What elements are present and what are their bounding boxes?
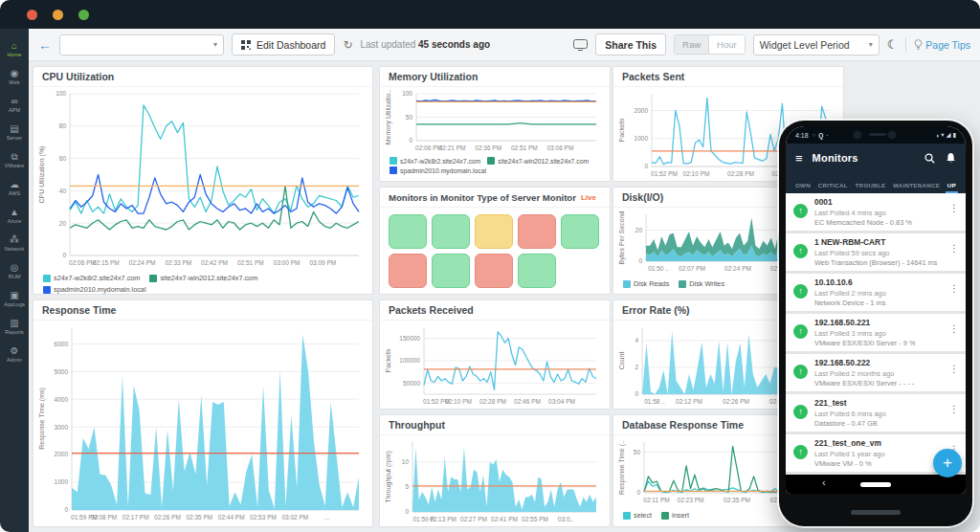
grid-icon [241,40,251,50]
memory-legend: s24x7-w2k8r2.site24x7.com site24x7-win20… [380,157,610,176]
nav-home-pill[interactable] [860,482,891,487]
svg-text:02:26 PM: 02:26 PM [723,398,749,405]
monitor-cell-up[interactable] [432,214,470,249]
dashboard-select[interactable]: ▾ [59,34,224,55]
phone-tab-own[interactable]: OWN [793,182,813,193]
sidebar-item-admin[interactable]: ⚙ Admin [0,342,29,367]
monitor-cell-up[interactable] [432,254,470,288]
page-tips-link[interactable]: Page Tips [914,39,970,51]
svg-text:02:11 PM: 02:11 PM [643,497,669,503]
legend-item: Disk Writes [679,279,724,288]
svg-text:02:17 PM: 02:17 PM [122,514,149,521]
svg-text:02:15 PM: 02:15 PM [93,259,120,266]
phone-tab-up[interactable]: UP [946,182,958,193]
sidebar-item-label: RUM [9,274,21,279]
sidebar-item-rum[interactable]: ◎ RUM [0,258,29,284]
rum-icon: ◎ [11,262,19,273]
window-zoom-button[interactable] [78,10,89,20]
monitor-cell-trouble[interactable] [475,214,513,249]
kebab-menu-icon[interactable]: ⋮ [949,404,959,414]
memory-utilization-chart: 050100Memory Utilizatio..02:06 PM02:21 P… [384,88,606,157]
monitor-cell-up[interactable] [518,254,556,288]
svg-text:01:52 PM: 01:52 PM [651,170,678,177]
sidebar-item-network[interactable]: ⁂ Network [0,231,29,256]
divider [905,37,906,53]
legend-item: select [623,511,652,520]
monitor-name: 221_test [814,398,958,408]
svg-text:Count: Count [618,352,625,370]
edit-dashboard-button[interactable]: Edit Dashboard [232,33,335,55]
sidebar-item-aws[interactable]: ☁ AWS [0,175,29,201]
sidebar-item-vmware[interactable]: ⧉ VMware [0,147,29,173]
monitor-cell-critical[interactable] [389,254,427,288]
kebab-menu-icon[interactable]: ⋮ [949,364,959,374]
sidebar-item-azure[interactable]: ▲ Azure [0,203,29,229]
window-close-button[interactable] [27,10,37,20]
kebab-menu-icon[interactable]: ⋮ [949,283,959,294]
kebab-menu-icon[interactable]: ⋮ [949,203,959,213]
monitor-list-item[interactable]: ↑ 221_test Last Polled 6 mins ago Datast… [786,394,966,432]
present-screen-icon[interactable] [573,39,588,51]
nav-back-icon[interactable]: ‹ [822,477,826,488]
card-throughput: Throughput 0510Throughput (rpm)01:59 P..… [379,414,611,527]
svg-text:80: 80 [59,122,67,129]
card-title: Monitors in Monitor Type of Server Monit… [389,192,576,203]
raw-toggle[interactable]: Raw [675,35,709,54]
monitor-info: VMware ESX/ESXi Server - 9 % [814,339,958,347]
phone-tab-maintenance[interactable]: MAINTENANCE [891,182,942,193]
monitor-list-item[interactable]: ↑ 0001 Last Polled 4 mins ago EC Memcach… [786,193,966,231]
refresh-icon[interactable]: ↻ [343,38,352,52]
bell-icon[interactable] [946,152,956,164]
sidebar-item-label: AppLogs [4,301,25,307]
svg-text:Response Time (ms): Response Time (ms) [38,388,46,450]
sidebar-item-label: Reports [5,329,24,335]
svg-text:0: 0 [636,489,640,496]
svg-text:02:42 PM: 02:42 PM [201,259,228,266]
monitor-cell-up[interactable] [561,214,599,249]
legend-swatch [623,512,631,520]
svg-text:1000: 1000 [55,478,69,485]
cpu-utilization-chart: 020406080100CPU Utilization (%)02:06 PM0… [37,88,368,272]
sidebar-item-server[interactable]: ▤ Server [0,120,29,145]
svg-text:Bytes Per Second: Bytes Per Second [618,211,626,264]
sidebar-item-home[interactable]: ⌂ Home [0,36,29,62]
monitor-list-item[interactable]: ↑ 192.168.50.222 Last Polled 2 months ag… [786,354,966,391]
phone-overlay: 4:18 ◌ Q · ◑ ▾ ◢ ▮ ≡ Monitors [779,121,972,526]
phone-status-bar: 4:18 ◌ Q · ◑ ▾ ◢ ▮ [786,126,966,144]
legend-swatch [679,280,686,288]
window-minimize-button[interactable] [53,10,63,20]
back-arrow-icon[interactable]: ← [38,37,52,53]
monitor-list-item[interactable]: ↑ 10.10.10.6 Last Polled 2 mins ago Netw… [786,274,966,311]
hamburger-menu-icon[interactable]: ≡ [795,151,803,166]
widget-level-period-select[interactable]: Widget Level Period ▾ [753,34,880,55]
kebab-menu-icon[interactable]: ⋮ [949,323,959,334]
phone-tab-trouble[interactable]: TROUBLE [854,182,888,193]
kebab-menu-icon[interactable]: ⋮ [949,243,959,254]
hour-toggle[interactable]: Hour [709,35,745,54]
legend-swatch [390,166,397,174]
svg-text:2000: 2000 [55,451,69,457]
monitor-info: Datastore - 0.47 GB [814,419,958,428]
monitor-cell-up[interactable] [389,214,427,249]
dark-mode-moon-icon[interactable]: ☾ [887,37,899,52]
svg-text:02:55 PM: 02:55 PM [522,516,548,522]
sidebar-item-web[interactable]: ◉ Web [0,64,29,90]
svg-text:02:21 PM: 02:21 PM [439,144,466,151]
sidebar-item-reports[interactable]: ▥ Reports [0,314,29,340]
status-up-icon: ↑ [793,204,808,218]
monitor-list-item[interactable]: ↑ 192.168.50.221 Last Polled 3 mins ago … [786,314,966,351]
legend-item: Disk Reads [623,279,669,288]
monitor-cell-critical[interactable] [475,254,513,288]
add-monitor-fab[interactable]: + [933,449,962,477]
sidebar-item-apm[interactable]: ∞ APM [0,92,29,118]
monitor-info: VMware ESX/ESXi Server - - - - [814,379,958,388]
monitor-name: 1 NEW-RBM-CART [814,237,958,247]
sidebar-item-applogs[interactable]: ▣ AppLogs [0,286,29,312]
search-icon[interactable] [924,153,935,164]
monitor-list-item[interactable]: ↑ 1 NEW-RBM-CART Last Polled 59 secs ago… [786,233,966,271]
legend-swatch [149,275,157,282]
phone-tab-critical[interactable]: CRITICAL [816,182,850,193]
monitor-cell-critical[interactable] [518,214,556,249]
sidebar-item-label: Server [7,135,22,141]
share-this-button[interactable]: Share This [595,33,666,55]
